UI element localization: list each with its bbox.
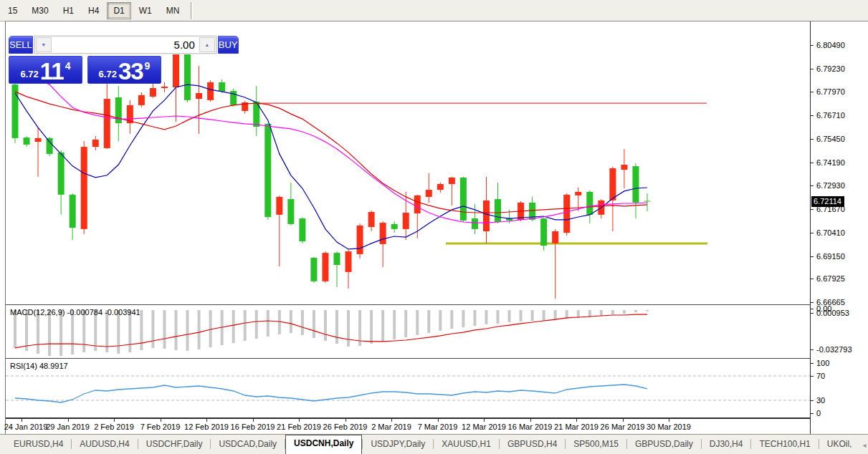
candle-body[interactable] xyxy=(472,218,478,229)
sell-button[interactable]: SELL xyxy=(9,36,33,54)
tab-sp500-m15[interactable]: SP500,M15 xyxy=(566,435,626,454)
timeframe-button-mn[interactable]: MN xyxy=(160,2,186,19)
candle-body[interactable] xyxy=(81,147,87,229)
candle-body[interactable] xyxy=(391,224,398,229)
candle-body[interactable] xyxy=(276,197,282,215)
tab-ukoil[interactable]: UKOil, xyxy=(819,435,860,454)
candle-body[interactable] xyxy=(575,192,581,195)
tab-scroll-left-icon[interactable]: ◂ xyxy=(862,441,866,449)
tab-xauusd-h1[interactable]: XAUUSD,H1 xyxy=(434,435,499,454)
tab-gbpusd-daily[interactable]: GBPUSD,Daily xyxy=(627,435,701,454)
timeframe-button-15[interactable]: 15 xyxy=(1,2,24,19)
tab-gbpusd-h4[interactable]: GBPUSD,H4 xyxy=(500,435,565,454)
buy-price-panel[interactable]: 6.72 33 9 xyxy=(87,56,161,84)
candle-body[interactable] xyxy=(426,190,432,197)
date-label: 2 Feb 2019 xyxy=(94,422,134,431)
tab-usdcad-daily[interactable]: USDCAD,Daily xyxy=(211,435,285,454)
timeframe-button-w1[interactable]: W1 xyxy=(133,2,158,19)
date-label: 30 Mar 2019 xyxy=(647,422,691,431)
candle-body[interactable] xyxy=(299,218,305,241)
rsi-panel[interactable] xyxy=(6,360,810,417)
candle-body[interactable] xyxy=(552,231,558,243)
rsi-indicator-label: RSI(14) 48.9917 xyxy=(10,362,68,370)
axis-tick xyxy=(811,233,814,233)
macd-histogram-bar xyxy=(370,310,373,344)
candle-body[interactable] xyxy=(449,178,455,184)
axis-tick xyxy=(811,115,814,116)
volume-input[interactable] xyxy=(52,37,199,53)
tab-audusd-h4[interactable]: AUDUSD,H4 xyxy=(72,435,137,454)
candle-body[interactable] xyxy=(368,212,375,227)
macd-histogram-bar xyxy=(566,310,568,319)
volume-decrease-button[interactable]: ▾ xyxy=(36,37,52,52)
date-tick xyxy=(114,419,115,422)
tab-tech100-h1[interactable]: TECH100,H1 xyxy=(751,435,818,454)
timeframe-button-h1[interactable]: H1 xyxy=(57,2,80,19)
macd-histogram-bar xyxy=(59,310,62,356)
candle-body[interactable] xyxy=(58,153,65,195)
candle-body[interactable] xyxy=(161,87,168,88)
candle-body[interactable] xyxy=(621,165,627,170)
macd-histogram-bar xyxy=(37,310,39,354)
macd-histogram-bar xyxy=(290,310,292,333)
tab-dj30-h4[interactable]: DJ30,H4 xyxy=(702,435,751,454)
candle-body[interactable] xyxy=(92,140,99,147)
macd-histogram-bar xyxy=(634,310,637,312)
candle-body[interactable] xyxy=(345,251,352,272)
buy-button[interactable]: BUY xyxy=(218,36,239,54)
candle-body[interactable] xyxy=(322,253,328,281)
candle-body[interactable] xyxy=(414,195,421,213)
macd-histogram-bar xyxy=(600,310,603,316)
candle-body[interactable] xyxy=(138,95,145,105)
candle-body[interactable] xyxy=(403,213,409,229)
candle-body[interactable] xyxy=(644,201,650,202)
candle-body[interactable] xyxy=(437,184,444,190)
macd-histogram-bar xyxy=(140,310,143,350)
candle-body[interactable] xyxy=(310,258,317,281)
price-axis-label: 6.75450 xyxy=(816,135,845,143)
tab-eurusd-h4[interactable]: EURUSD,H4 xyxy=(6,435,71,454)
date-tick xyxy=(299,419,300,422)
candle-body[interactable] xyxy=(150,88,156,97)
candle-body[interactable] xyxy=(380,223,386,244)
candle-body[interactable] xyxy=(47,138,53,154)
candle-body[interactable] xyxy=(184,52,191,100)
timeframe-button-m30[interactable]: M30 xyxy=(25,2,54,19)
date-label: 26 Feb 2019 xyxy=(323,422,368,431)
candle-body[interactable] xyxy=(460,178,467,221)
candle-body[interactable] xyxy=(207,82,214,100)
candle-body[interactable] xyxy=(264,124,271,217)
timeframe-button-h4[interactable]: H4 xyxy=(82,2,105,19)
price-axis-label: 6.74190 xyxy=(816,158,845,167)
candle-body[interactable] xyxy=(104,99,110,148)
macd-indicator-label: MACD(12,26,9) -0.000784 -0.003941 xyxy=(10,308,140,317)
tab-usdjpy-daily[interactable]: USDJPY,Daily xyxy=(363,435,433,454)
candle-body[interactable] xyxy=(357,226,363,254)
macd-histogram-bar xyxy=(255,310,258,339)
candle-body[interactable] xyxy=(219,82,225,92)
tab-usdcnh-daily[interactable]: USDCNH,Daily xyxy=(285,435,362,454)
date-label: 21 Mar 2019 xyxy=(554,422,598,431)
candle-body[interactable] xyxy=(196,93,202,99)
candle-body[interactable] xyxy=(334,253,340,265)
candle-body[interactable] xyxy=(173,52,179,87)
axis-tick xyxy=(811,413,814,414)
candle-body[interactable] xyxy=(586,192,593,215)
candle-body[interactable] xyxy=(540,218,547,246)
candle-body[interactable] xyxy=(495,199,501,222)
candle-body[interactable] xyxy=(609,168,616,201)
timeframe-button-d1[interactable]: D1 xyxy=(107,2,130,19)
candle-body[interactable] xyxy=(632,166,639,203)
candle-body[interactable] xyxy=(287,199,294,224)
candle-body[interactable] xyxy=(563,195,570,233)
macd-histogram-bar xyxy=(646,310,649,311)
candle-body[interactable] xyxy=(24,137,30,145)
candle-body[interactable] xyxy=(483,201,490,231)
sell-price-panel[interactable]: 6.72 11 4 xyxy=(9,56,82,84)
candle-body[interactable] xyxy=(70,195,76,228)
date-tick xyxy=(253,419,254,422)
tab-usdchf-daily[interactable]: USDCHF,Daily xyxy=(138,435,211,454)
candle-body[interactable] xyxy=(35,138,42,142)
volume-increase-button[interactable]: ▴ xyxy=(199,37,215,52)
date-tick xyxy=(669,419,669,422)
